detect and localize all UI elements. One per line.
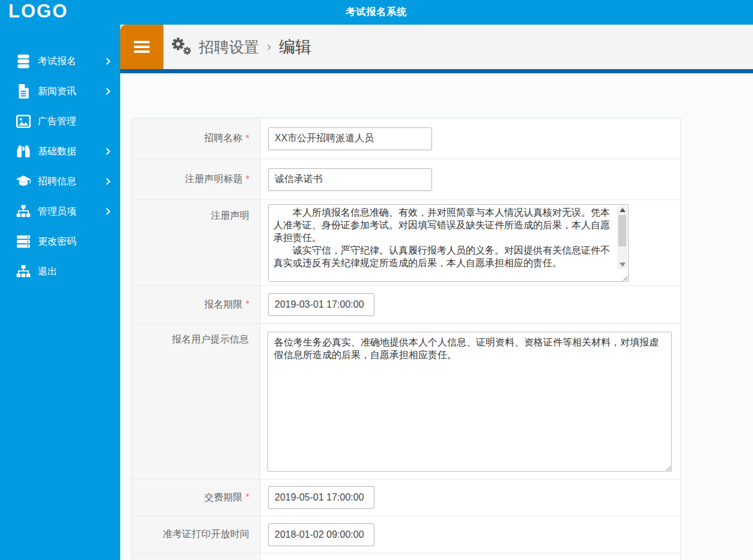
sidebar-item-label: 管理员项: [38, 205, 76, 218]
field-label: 交费期限 *: [132, 479, 261, 516]
sidebar-item-label: 考试报名: [38, 55, 76, 68]
field-label: 招聘名称 *: [132, 118, 261, 159]
user-hint-textarea[interactable]: 各位考生务必真实、准确地提供本人个人信息、证明资料、资格证件等相关材料，对填报虚…: [267, 332, 672, 472]
form-row: 注册声明 本人所填报名信息准确、有效，并对照简章与本人情况认真核对无误。凭本人准…: [132, 200, 680, 286]
breadcrumb-bar: 招聘设置 › 编辑: [120, 25, 753, 69]
sidebar-item-ads[interactable]: 广告管理: [0, 106, 120, 136]
recruitment-settings-form: 招聘名称 * 注册声明标题 * 注册声明: [131, 118, 681, 560]
sitemap-icon: [16, 204, 31, 219]
sidebar-item-label: 招聘信息: [38, 175, 76, 188]
form-row: [132, 553, 680, 560]
sidebar-item-logout[interactable]: 退出: [0, 257, 120, 287]
main-area: 招聘设置 › 编辑 招聘名称 * 注册声明标题 *: [120, 25, 753, 560]
textarea-scrollbar[interactable]: [617, 205, 627, 269]
field-label: 报名期限 *: [132, 286, 261, 323]
payment-deadline-input[interactable]: [268, 486, 374, 509]
hamburger-icon: [134, 41, 150, 53]
header-divider: [120, 69, 753, 73]
form-row: 招聘名称 *: [132, 118, 680, 159]
form-row: 注册声明标题 *: [132, 159, 680, 200]
chevron-right-icon: [103, 58, 110, 64]
form-row: 准考证打印开放时间: [132, 516, 680, 553]
sidebar-item-label: 更改密码: [38, 236, 76, 248]
required-marker: *: [246, 133, 249, 144]
logo: LOGO: [8, 1, 68, 22]
chevron-right-icon: [103, 88, 110, 94]
content-area: 招聘名称 * 注册声明标题 * 注册声明: [120, 73, 753, 560]
field-label: [132, 553, 261, 560]
scroll-down-button[interactable]: [617, 260, 627, 269]
graduation-cap-icon: [16, 174, 31, 189]
sidebar-item-label: 广告管理: [38, 115, 76, 128]
sidebar-menu: 考试报名 新闻资讯 广告管理 基础数据: [0, 46, 120, 287]
sidebar-item-admin[interactable]: 管理员项: [0, 196, 120, 227]
sidebar-item-news[interactable]: 新闻资讯: [0, 76, 120, 106]
statement-textarea[interactable]: 本人所填报名信息准确、有效，并对照简章与本人情况认真核对无误。凭本人准考证、身份…: [268, 204, 629, 282]
statement-title-input[interactable]: [268, 168, 432, 191]
field-label: 报名用户提示信息: [132, 324, 260, 479]
sidebar-toggle-button[interactable]: [120, 25, 163, 69]
arrow-down-icon: [620, 263, 626, 267]
app-title: 考试报名系统: [0, 0, 753, 25]
page-title: 招聘设置 › 编辑: [171, 25, 311, 69]
field-label: 准考证打印开放时间: [132, 516, 261, 553]
breadcrumb-separator: ›: [267, 39, 271, 55]
breadcrumb-section: 招聘设置: [199, 37, 259, 57]
database-icon: [16, 53, 31, 69]
sidebar-item-exam-registration[interactable]: 考试报名: [0, 46, 120, 76]
chevron-right-icon: [103, 148, 110, 154]
sidebar-item-label: 基础数据: [38, 145, 76, 158]
required-marker: *: [246, 174, 249, 185]
server-icon: [16, 234, 31, 249]
chevron-right-icon: [103, 178, 110, 184]
scrollbar-thumb[interactable]: [618, 215, 626, 246]
field-label: 注册声明: [132, 200, 261, 285]
sidebar: 考试报名 新闻资讯 广告管理 基础数据: [0, 0, 120, 560]
form-row: 报名用户提示信息 各位考生务必真实、准确地提供本人个人信息、证明资料、资格证件等…: [132, 324, 680, 479]
sitemap-icon: [16, 264, 31, 279]
top-bar: 考试报名系统 LOGO: [0, 0, 753, 25]
gears-icon: [171, 36, 192, 58]
sidebar-item-label: 退出: [38, 266, 57, 278]
registration-deadline-input[interactable]: [268, 293, 374, 316]
breadcrumb-page: 编辑: [279, 36, 311, 58]
chevron-right-icon: [103, 208, 110, 215]
required-marker: *: [246, 299, 249, 310]
form-row: 交费期限 *: [132, 479, 680, 516]
sidebar-item-recruitment-info[interactable]: 招聘信息: [0, 166, 120, 196]
sidebar-item-base-data[interactable]: 基础数据: [0, 136, 120, 166]
ticket-print-time-input[interactable]: [268, 523, 374, 546]
form-row: 报名期限 *: [132, 286, 680, 324]
sidebar-item-label: 新闻资讯: [38, 85, 76, 98]
required-marker: *: [246, 492, 249, 503]
file-icon: [16, 84, 31, 99]
field-label: 注册声明标题 *: [132, 159, 261, 199]
scroll-up-button[interactable]: [617, 205, 627, 215]
recruitment-name-input[interactable]: [268, 127, 432, 150]
arrow-up-icon: [620, 208, 626, 212]
sidebar-item-change-password[interactable]: 更改密码: [0, 227, 120, 257]
binoculars-icon: [16, 144, 31, 159]
image-icon: [16, 114, 31, 129]
